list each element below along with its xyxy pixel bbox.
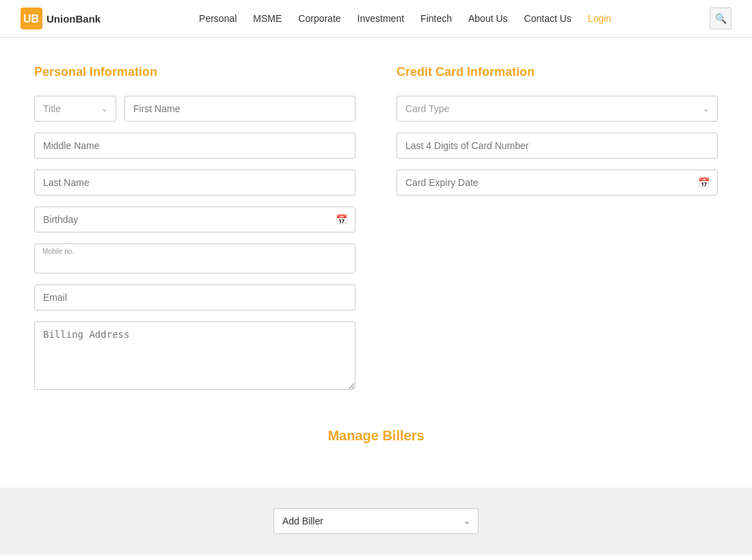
email-field [34, 284, 355, 310]
manage-billers-title: Manage Billers [34, 428, 718, 444]
first-name-input[interactable] [124, 96, 355, 122]
birthday-field: 📅 [34, 206, 355, 232]
card-type-select[interactable]: Card Type Visa Mastercard [397, 96, 718, 122]
personal-info-title: Personal Information [34, 65, 355, 79]
form-grid: Personal Information Title Mr. Ms. Mrs. … [34, 65, 718, 401]
nav-investment[interactable]: Investment [358, 13, 404, 24]
logo: UB UnionBank [21, 8, 100, 29]
navbar: UB UnionBank Personal MSME Corporate Inv… [0, 0, 752, 38]
middle-name-input[interactable] [34, 133, 355, 159]
title-firstname-row: Title Mr. Ms. Mrs. Dr. ⌄ [34, 96, 355, 122]
email-input[interactable] [34, 284, 355, 310]
mobile-input[interactable]: +63 [34, 243, 355, 274]
expiry-field: 📅 [397, 170, 718, 196]
middle-name-field [34, 133, 355, 159]
logo-text: UnionBank [46, 13, 100, 25]
nav-contact[interactable]: Contact Us [524, 13, 572, 24]
credit-card-title: Credit Card Information [397, 65, 718, 79]
nav-about[interactable]: About Us [468, 13, 508, 24]
search-icon: 🔍 [715, 13, 727, 24]
mobile-field: Mobile no. +63 [34, 243, 355, 274]
nav-corporate[interactable]: Corporate [298, 13, 340, 24]
mobile-label: Mobile no. [42, 248, 74, 255]
main-content: Personal Information Title Mr. Ms. Mrs. … [0, 38, 752, 488]
billing-address-field [34, 321, 355, 390]
card-type-wrapper: Card Type Visa Mastercard ⌄ [397, 96, 718, 122]
logo-icon: UB [21, 8, 42, 29]
billers-footer: Add Biller ⌄ [0, 488, 752, 555]
manage-billers-section: Manage Billers [34, 401, 718, 444]
birthday-wrapper: 📅 [34, 206, 355, 232]
last-digits-input[interactable] [397, 133, 718, 159]
birthday-input[interactable] [34, 206, 355, 232]
last-digits-field [397, 133, 718, 159]
credit-card-section: Credit Card Information Card Type Visa M… [397, 65, 718, 401]
expiry-wrapper: 📅 [397, 170, 718, 196]
add-biller-wrapper: Add Biller ⌄ [273, 508, 479, 534]
title-select[interactable]: Title Mr. Ms. Mrs. Dr. [34, 96, 116, 122]
billing-address-input[interactable] [34, 321, 355, 390]
last-name-field [34, 170, 355, 196]
expiry-input[interactable] [397, 170, 718, 196]
card-type-field: Card Type Visa Mastercard ⌄ [397, 96, 718, 122]
nav-personal[interactable]: Personal [199, 13, 237, 24]
nav-msme[interactable]: MSME [253, 13, 282, 24]
svg-text:UB: UB [23, 13, 39, 25]
nav-links: Personal MSME Corporate Investment Finte… [199, 13, 611, 24]
title-select-wrapper: Title Mr. Ms. Mrs. Dr. ⌄ [34, 96, 116, 122]
search-button[interactable]: 🔍 [710, 8, 731, 29]
last-name-input[interactable] [34, 170, 355, 196]
nav-fintech[interactable]: Fintech [420, 13, 452, 24]
personal-info-section: Personal Information Title Mr. Ms. Mrs. … [34, 65, 355, 401]
mobile-wrapper: Mobile no. +63 [34, 243, 355, 274]
nav-login[interactable]: Login [588, 13, 611, 24]
add-biller-select[interactable]: Add Biller [273, 508, 479, 534]
